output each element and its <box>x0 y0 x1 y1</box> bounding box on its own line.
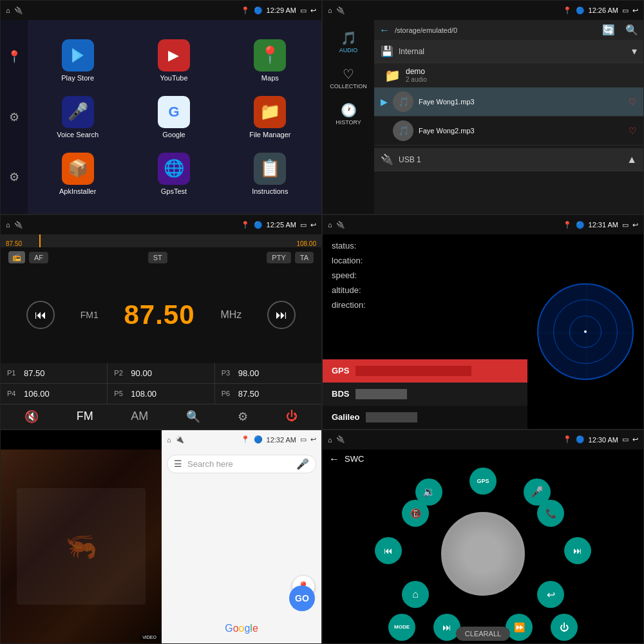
track-heart-2[interactable]: ♡ <box>629 126 637 136</box>
swc-back-btn[interactable]: ← <box>329 453 339 465</box>
files-search-icon[interactable]: 🔍 <box>625 24 638 36</box>
back-icon-2[interactable]: ↩ <box>632 6 638 15</box>
preset-p3[interactable]: P3 98.00 <box>215 363 321 383</box>
usb-icon-6: 🔌 <box>336 435 345 444</box>
back-icon-6[interactable]: ↩ <box>632 435 638 444</box>
track-heart-1[interactable]: ♡ <box>629 97 637 107</box>
preset-val-1: 87.50 <box>24 368 45 378</box>
preset-p2[interactable]: P2 90.00 <box>108 363 214 383</box>
usb-label: USB 1 <box>399 155 621 164</box>
bds-bar <box>355 389 407 399</box>
app-gps-test[interactable]: 🌐 GpsTest <box>128 147 220 200</box>
radio-fm-btn[interactable]: FM <box>77 410 93 423</box>
freq-low: 87.50 <box>6 240 22 247</box>
app-apk-installer[interactable]: 📦 ApkInstaller <box>32 147 124 200</box>
preset-p6[interactable]: P6 87.50 <box>215 384 321 404</box>
preset-p5[interactable]: P5 108.00 <box>108 384 214 404</box>
gps-speed-row: speed: <box>332 270 518 280</box>
radio-icon-btn[interactable]: 📻 <box>8 251 25 263</box>
files-track-1[interactable]: ▶ 🎵 Faye Wong1.mp3 ♡ <box>374 88 643 117</box>
preset-label-5: P5 <box>114 390 127 397</box>
radio-eq-btn[interactable]: ⚙ <box>238 410 248 424</box>
files-back-btn[interactable]: ← <box>379 24 390 36</box>
gps-source-bds[interactable]: BDS <box>323 383 527 406</box>
files-track-2[interactable]: ▶ 🎵 Faye Wong2.mp3 ♡ <box>374 117 643 146</box>
radio-band: FM1 <box>80 310 99 320</box>
radio-power-btn[interactable]: ⏻ <box>286 410 298 423</box>
back-icon-5[interactable]: ↩ <box>310 435 316 444</box>
app-play-store[interactable]: Play Store <box>32 34 124 87</box>
app-gps-test-label: GpsTest <box>161 187 187 195</box>
home-icon-5[interactable]: ⌂ <box>167 436 171 444</box>
radio-st-btn[interactable]: ST <box>148 252 167 263</box>
gps-source-galileo[interactable]: Galileo <box>323 406 527 429</box>
radio-mute-btn[interactable]: 🔇 <box>24 410 39 424</box>
nav-settings[interactable]: ⚙ <box>9 110 19 124</box>
radio-prev-btn[interactable]: ⏮ <box>26 301 55 329</box>
swc-call-btn[interactable]: 📞 <box>537 500 564 527</box>
app-youtube[interactable]: ▶ YouTube <box>128 34 220 87</box>
back-icon-3[interactable]: ↩ <box>310 221 316 229</box>
files-usb-source[interactable]: 🔌 USB 1 ▲ <box>374 148 643 171</box>
panel-swc: ⌂ 🔌 📍 🔵 12:30 AM ▭ ↩ ← SWC <box>322 430 644 644</box>
home-icon-4[interactable]: ⌂ <box>328 221 332 229</box>
swc-power-btn[interactable]: ⏻ <box>551 614 578 641</box>
radio-am-btn[interactable]: AM <box>131 410 148 423</box>
radio-next-btn[interactable]: ⏭ <box>267 301 296 329</box>
app-maps[interactable]: 📍 Maps <box>224 34 316 87</box>
app-instructions[interactable]: 📋 Instructions <box>224 147 316 200</box>
clearall-btn[interactable]: CLEARALL <box>456 627 510 641</box>
gps-btn-label: GPS <box>477 478 489 484</box>
swc-enter-btn[interactable]: ↩ <box>537 581 564 608</box>
app-google[interactable]: G Google <box>128 91 220 144</box>
gps-source-gps[interactable]: GPS <box>323 359 527 383</box>
hamburger-icon[interactable]: ☰ <box>174 459 182 469</box>
app-file-manager[interactable]: 📁 File Manager <box>224 91 316 144</box>
panel-radio: ⌂ 🔌 📍 🔵 12:25 AM ▭ ↩ 87.50 108.00 📻 <box>0 214 322 429</box>
files-internal-source[interactable]: 💾 Internal ▾ <box>374 40 643 63</box>
radio-pty-btn[interactable]: PTY <box>267 252 290 263</box>
home-icon-2[interactable]: ⌂ <box>328 6 332 14</box>
search-box[interactable]: ☰ Search here 🎤 <box>167 455 316 473</box>
call-end-icon: 📵 <box>410 508 421 518</box>
nav-location[interactable]: 📍 <box>7 50 21 64</box>
swc-gps-btn[interactable]: GPS <box>469 468 497 495</box>
swc-next-skip-btn[interactable]: ⏭ <box>564 537 591 564</box>
home-icon-6[interactable]: ⌂ <box>328 436 332 444</box>
internal-expand-icon[interactable]: ▾ <box>632 45 637 57</box>
app-google-label: Google <box>162 131 185 138</box>
swc-mode-btn[interactable]: MODE <box>388 614 415 641</box>
status-bar-1: ⌂ 🔌 📍 🔵 12:29 AM ▭ ↩ <box>1 1 321 20</box>
swc-call-end-btn[interactable]: 📵 <box>402 500 429 527</box>
back-icon-1[interactable]: ↩ <box>310 6 316 15</box>
time-4: 12:31 AM <box>589 221 618 229</box>
battery-icon-4: ▭ <box>622 221 629 229</box>
preset-p1[interactable]: P1 87.50 <box>1 363 107 383</box>
radio-search-btn[interactable]: 🔍 <box>186 410 200 424</box>
bluetooth-icon-6: 🔵 <box>576 435 585 444</box>
usb-expand-icon[interactable]: ▲ <box>627 154 637 166</box>
sidebar-history[interactable]: 🕐 HISTORY <box>323 97 374 131</box>
search-video-panel: 🦐 VIDEO <box>1 430 162 643</box>
preset-val-3: 98.00 <box>238 368 260 378</box>
sidebar-audio[interactable]: 🎵 AUDIO <box>323 25 374 59</box>
files-refresh-icon[interactable]: 🔄 <box>602 24 615 36</box>
search-mic-icon[interactable]: 🎤 <box>296 458 309 470</box>
nav-gear[interactable]: ⚙ <box>9 170 19 184</box>
app-voice-search[interactable]: 🎤 Voice Search <box>32 91 124 144</box>
home-icon-3[interactable]: ⌂ <box>6 221 10 229</box>
search-go-button[interactable]: GO <box>289 585 315 611</box>
sidebar-collection[interactable]: ♡ COLLECTION <box>323 61 374 95</box>
power-swc-icon: ⏻ <box>560 622 569 632</box>
preset-val-2: 90.00 <box>131 368 152 378</box>
radio-ta-btn[interactable]: TA <box>295 252 314 263</box>
radio-bottom: 🔇 FM AM 🔍 ⚙ ⏻ <box>1 404 321 429</box>
preset-val-6: 87.50 <box>238 389 260 399</box>
back-icon-4[interactable]: ↩ <box>632 221 638 229</box>
swc-prev-btn[interactable]: ⏮ <box>375 537 402 564</box>
files-demo-folder[interactable]: 📁 demo 2 audio <box>374 63 643 88</box>
swc-home-btn[interactable]: ⌂ <box>402 581 429 608</box>
preset-p4[interactable]: P4 106.00 <box>1 384 107 404</box>
home-icon[interactable]: ⌂ <box>6 6 10 14</box>
radio-af-btn[interactable]: AF <box>29 252 48 263</box>
